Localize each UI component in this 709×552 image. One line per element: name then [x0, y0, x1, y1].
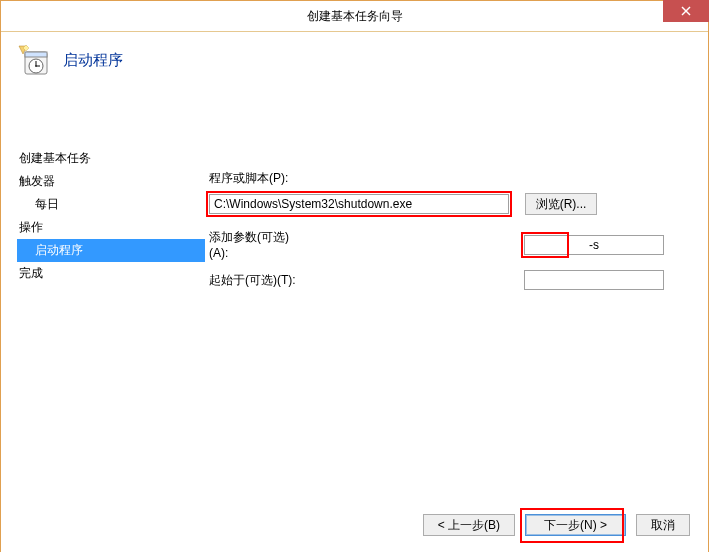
- page-title: 启动程序: [63, 51, 123, 70]
- wizard-header: 启动程序: [17, 44, 123, 76]
- step-start-program[interactable]: 启动程序: [17, 239, 205, 262]
- form-area: 程序或脚本(P): 浏览(R)... 添加参数(可选)(A): 起始于(可选)(…: [209, 170, 679, 300]
- step-action[interactable]: 操作: [17, 216, 205, 239]
- wizard-steps-sidebar: 创建基本任务 触发器 每日 操作 启动程序 完成: [17, 147, 205, 285]
- window-title: 创建基本任务向导: [1, 8, 708, 25]
- program-script-input[interactable]: [209, 194, 509, 214]
- startin-label: 起始于(可选)(T):: [209, 272, 304, 289]
- back-button[interactable]: < 上一步(B): [423, 514, 515, 536]
- body: 启动程序 创建基本任务 触发器 每日 操作 启动程序 完成 程序或脚本(P): …: [1, 32, 708, 552]
- wizard-footer: < 上一步(B) 下一步(N) > 取消: [423, 514, 690, 536]
- browse-button[interactable]: 浏览(R)...: [525, 193, 597, 215]
- next-button[interactable]: 下一步(N) >: [525, 514, 626, 536]
- step-trigger[interactable]: 触发器: [17, 170, 205, 193]
- svg-point-9: [35, 65, 37, 67]
- wizard-icon: [17, 44, 49, 76]
- titlebar: 创建基本任务向导: [1, 1, 708, 32]
- svg-rect-5: [25, 52, 47, 57]
- step-daily[interactable]: 每日: [17, 193, 205, 216]
- step-create-basic-task[interactable]: 创建基本任务: [17, 147, 205, 170]
- wizard-window: 创建基本任务向导 启动程序: [0, 0, 709, 552]
- program-script-label: 程序或脚本(P):: [209, 170, 679, 187]
- close-icon: [681, 6, 691, 16]
- arguments-label: 添加参数(可选)(A):: [209, 229, 304, 260]
- cancel-button[interactable]: 取消: [636, 514, 690, 536]
- arguments-input[interactable]: [524, 235, 664, 255]
- startin-input[interactable]: [524, 270, 664, 290]
- step-finish[interactable]: 完成: [17, 262, 205, 285]
- close-button[interactable]: [663, 0, 709, 22]
